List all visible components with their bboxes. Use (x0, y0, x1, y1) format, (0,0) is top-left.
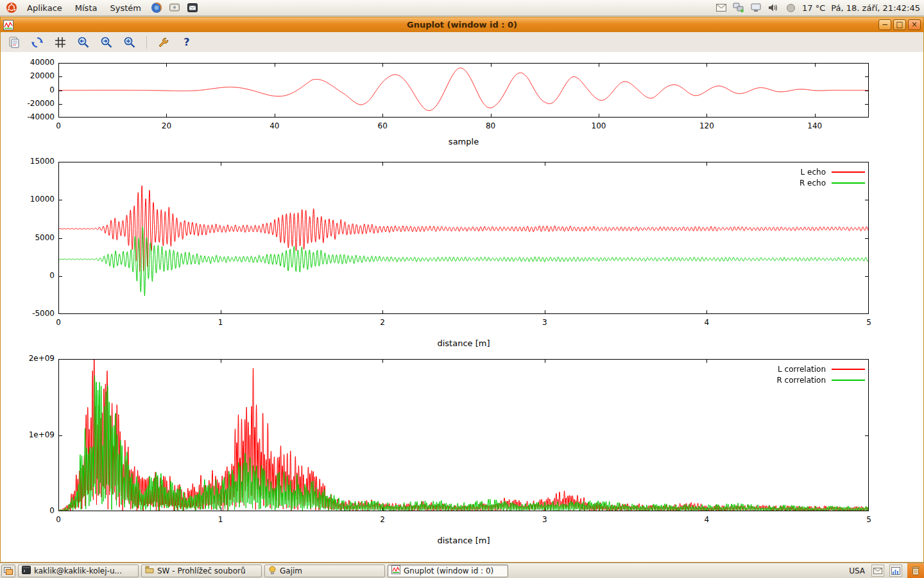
show-desktop-icon[interactable] (1, 565, 15, 577)
legend-label: R correlation (776, 376, 826, 385)
x-tick-label: 0 (33, 121, 84, 130)
chart-correlation: distance [m] L correlation R correlation… (1, 353, 924, 563)
legend-label: L correlation (778, 365, 826, 374)
task-button-terminal[interactable]: kaklik@kaklik-kolej-u... (18, 565, 139, 577)
y-tick-label: 40000 (1, 58, 55, 67)
x-tick-label: 20 (141, 121, 192, 130)
x-tick-label: 2 (357, 515, 408, 524)
chart-legend: L echo R echo (800, 166, 865, 188)
zoom-next-icon[interactable] (98, 34, 115, 51)
x-axis-label: distance [m] (58, 536, 869, 545)
x-axis-label: distance [m] (58, 338, 869, 348)
x-tick-label: 0 (33, 318, 84, 327)
x-tick-label: 1 (195, 515, 246, 524)
volume-icon[interactable] (767, 2, 779, 13)
y-tick-label: -20000 (1, 99, 55, 108)
x-tick-label: 3 (519, 515, 570, 524)
x-tick-label: 2 (357, 318, 408, 327)
legend-entry: R echo (800, 177, 865, 188)
mail-notification-icon[interactable] (715, 2, 727, 13)
plot-area[interactable] (58, 162, 869, 314)
config-icon[interactable] (155, 34, 172, 51)
menu-applications[interactable]: Aplikace (22, 1, 67, 15)
y-tick-label: 0 (1, 85, 55, 94)
task-label: SW - Prohlížeč souborů (157, 566, 246, 575)
window-controls: − □ × (878, 19, 921, 30)
x-tick-label: 5 (843, 318, 894, 327)
maximize-button[interactable]: □ (893, 19, 906, 30)
window-toolbar: ? (1, 32, 923, 53)
gajim-icon (268, 566, 277, 576)
firefox-launcher-icon[interactable] (150, 1, 163, 14)
x-tick-label: 4 (681, 318, 732, 327)
clock[interactable]: Pá, 18. září, 21:42:45 (831, 3, 920, 13)
top-panel: Aplikace Místa Systém (0, 0, 924, 16)
legend-entry: L echo (800, 166, 865, 177)
distributor-logo-icon[interactable] (5, 1, 18, 14)
legend-line-sample (832, 369, 865, 370)
x-tick-label: 0 (33, 515, 84, 524)
task-button-file-manager[interactable]: SW - Prohlížeč souborů (141, 565, 262, 577)
copy-icon[interactable] (6, 34, 22, 51)
y-tick-label: 0 (1, 506, 55, 515)
x-tick-label: 80 (465, 121, 517, 130)
mail-tray-icon[interactable] (871, 565, 884, 577)
y-tick-label: 1e+09 (1, 430, 55, 439)
plot-area[interactable] (58, 359, 869, 511)
x-axis-label: sample (58, 137, 869, 146)
close-button[interactable]: × (908, 19, 921, 30)
keyboard-layout-indicator[interactable]: USA (848, 566, 866, 575)
task-button-gajim[interactable]: Gajim (264, 565, 385, 577)
plot-area[interactable] (58, 63, 869, 118)
network-icon[interactable] (733, 2, 744, 13)
x-tick-label: 3 (519, 318, 570, 327)
zoom-autoscale-icon[interactable] (121, 34, 138, 51)
legend-entry: R correlation (776, 374, 865, 385)
y-tick-label: 5000 (1, 233, 55, 242)
grid-icon[interactable] (52, 34, 69, 51)
terminal-icon (22, 566, 31, 576)
window-titlebar[interactable]: Gnuplot (window id : 0) − □ × (1, 17, 923, 32)
task-button-gnuplot[interactable]: Gnuplot (window id : 0) (388, 565, 508, 577)
task-label: kaklik@kaklik-kolej-u... (34, 566, 122, 575)
gnuplot-window: Gnuplot (window id : 0) − □ × (0, 17, 924, 563)
screenshot-launcher-icon[interactable] (168, 1, 181, 14)
display-icon[interactable] (750, 2, 762, 13)
y-tick-label: -5000 (1, 309, 55, 318)
x-tick-label: 120 (681, 121, 732, 130)
task-label: Gnuplot (window id : 0) (404, 566, 493, 575)
chart-echo: distance [m] L echo R echo 012345-500005… (1, 155, 924, 353)
legend-line-sample (832, 171, 865, 173)
chart-ping-signal: sample 020406080100120140-40000-20000020… (1, 52, 924, 155)
trash-icon[interactable] (907, 563, 924, 578)
y-tick-label: -40000 (1, 112, 55, 121)
x-tick-label: 5 (843, 515, 894, 524)
mail-launcher-icon[interactable] (186, 1, 199, 14)
system-monitor-icon[interactable] (889, 565, 902, 577)
legend-label: L echo (801, 168, 826, 177)
x-tick-label: 4 (681, 515, 732, 524)
menu-system[interactable]: Systém (105, 1, 146, 15)
temperature-indicator[interactable]: 17 °C (802, 3, 825, 13)
x-tick-label: 60 (357, 121, 408, 130)
legend-line-sample (832, 182, 865, 184)
y-tick-label: 20000 (1, 71, 55, 80)
menu-places[interactable]: Místa (70, 1, 103, 15)
legend-entry: L correlation (776, 363, 865, 374)
weather-icon[interactable] (785, 2, 796, 13)
y-tick-label: 0 (1, 271, 55, 280)
panel-menus: Aplikace Místa Systém (4, 1, 200, 15)
x-tick-label: 40 (249, 121, 300, 130)
task-label: Gajim (280, 566, 302, 575)
x-tick-label: 100 (573, 121, 624, 130)
minimize-button[interactable]: − (878, 19, 891, 30)
file-manager-icon (145, 566, 154, 575)
panel-tray: 17 °C Pá, 18. září, 21:42:45 (715, 2, 920, 13)
gnuplot-icon (3, 20, 13, 30)
legend-line-sample (832, 380, 865, 381)
replot-icon[interactable] (29, 34, 46, 51)
legend-label: R echo (800, 179, 826, 188)
zoom-previous-icon[interactable] (75, 34, 92, 51)
help-icon[interactable]: ? (178, 34, 195, 51)
gnuplot-icon (391, 565, 400, 576)
